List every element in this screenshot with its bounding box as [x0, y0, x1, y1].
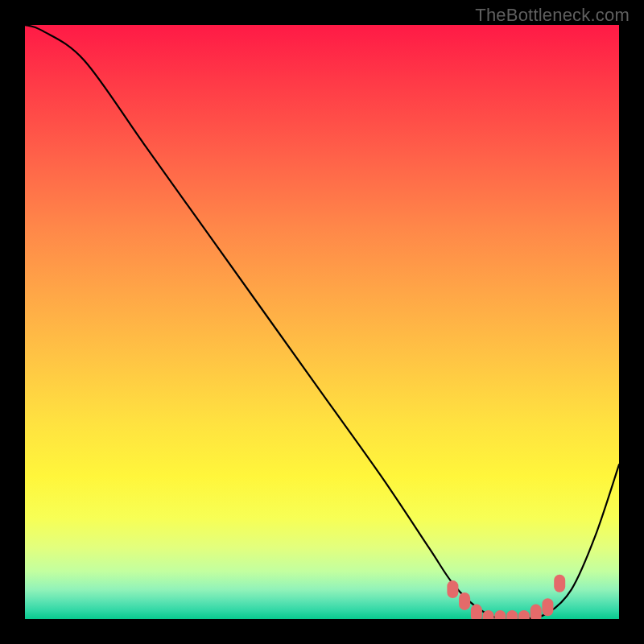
watermark-text: TheBottleneck.com — [475, 5, 630, 26]
bottleneck-curve-line — [25, 25, 619, 619]
marker-dot — [459, 592, 470, 610]
chart-svg — [25, 25, 619, 619]
marker-dot — [483, 610, 494, 619]
marker-dot — [542, 598, 553, 616]
chart-frame: TheBottleneck.com — [0, 0, 644, 644]
marker-dot — [494, 610, 506, 619]
marker-dot — [506, 610, 518, 619]
marker-dot — [518, 610, 530, 619]
marker-dot — [530, 605, 542, 619]
marker-dot — [447, 580, 458, 598]
optimal-range-markers — [447, 575, 565, 619]
marker-dot — [471, 605, 482, 619]
marker-dot — [554, 575, 565, 592]
plot-area — [25, 25, 619, 619]
